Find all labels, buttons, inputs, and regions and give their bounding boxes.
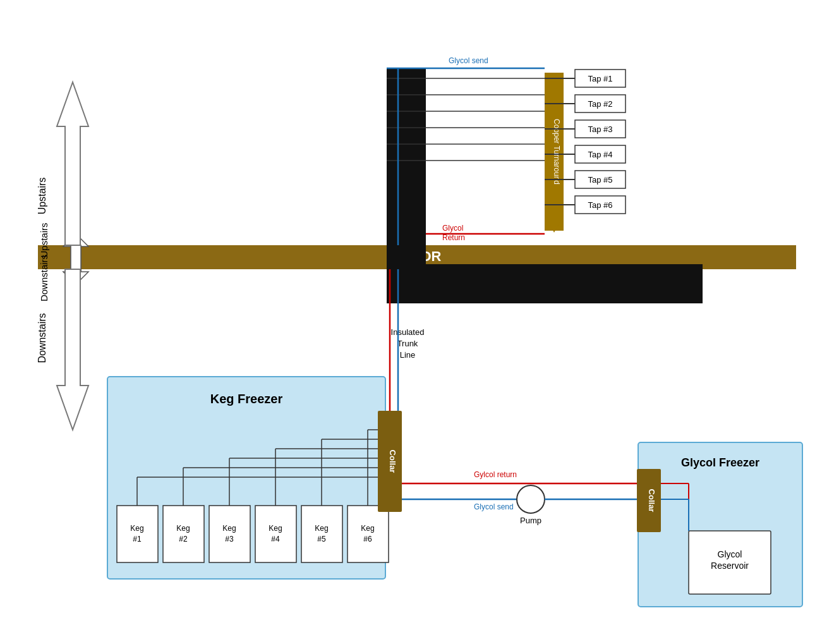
diagram: FLOOR Upstairs Upstairs Downstairs Upsta… bbox=[0, 0, 834, 644]
trunk-line-vertical bbox=[387, 68, 426, 264]
glycol-return-label: Glycol bbox=[442, 224, 463, 233]
keg-2-box bbox=[163, 506, 204, 562]
tap-2-label: Tap #2 bbox=[588, 99, 612, 109]
keg-4-box bbox=[255, 506, 296, 562]
svg-marker-0 bbox=[57, 82, 88, 245]
keg-5-label: Keg bbox=[315, 524, 328, 533]
pump-circle bbox=[517, 485, 545, 513]
keg-4-label: Keg bbox=[269, 524, 282, 533]
glycol-return-label2: Return bbox=[442, 233, 465, 242]
svg-marker-2 bbox=[57, 269, 88, 430]
keg-4-label2: #4 bbox=[271, 535, 280, 544]
glycol-send-lower-label: Glycol send bbox=[474, 502, 514, 511]
svg-text:Upstairs: Upstairs bbox=[37, 178, 47, 215]
tap-1-label: Tap #1 bbox=[588, 74, 612, 83]
tap-6-label: Tap #6 bbox=[588, 200, 612, 210]
keg-freezer-label: Keg Freezer bbox=[210, 392, 283, 406]
keg-5-box bbox=[301, 506, 342, 562]
pump-label: Pump bbox=[520, 516, 541, 525]
trunk-line-horizontal bbox=[387, 264, 703, 303]
collar-left-label: Collar bbox=[388, 450, 397, 473]
keg-3-label2: #3 bbox=[225, 535, 234, 544]
glycol-freezer-label: Glycol Freezer bbox=[681, 456, 759, 469]
keg-1-box bbox=[117, 506, 158, 562]
keg-6-label: Keg bbox=[361, 524, 374, 533]
upstairs-text: Upstairs bbox=[39, 222, 49, 257]
keg-2-label: Keg bbox=[176, 524, 190, 533]
svg-text:Downstairs: Downstairs bbox=[37, 313, 47, 363]
glycol-reservoir-label2: Reservoir bbox=[711, 561, 749, 571]
tap-4-label: Tap #4 bbox=[588, 150, 612, 159]
collar-right-label: Collar bbox=[647, 489, 656, 513]
glycol-send-label-top: Glycol send bbox=[449, 56, 488, 65]
keg-6-label2: #6 bbox=[363, 535, 372, 544]
glycol-reservoir-label: Glycol bbox=[718, 549, 742, 559]
glycol-return-lower-label: Gylcol return bbox=[474, 470, 517, 479]
tap-5-label: Tap #5 bbox=[588, 175, 612, 185]
insulated-trunk-label3: Line bbox=[400, 350, 416, 360]
keg-3-label: Keg bbox=[222, 524, 236, 533]
keg-6-box bbox=[348, 506, 389, 562]
keg-2-label2: #2 bbox=[179, 535, 188, 544]
upstairs-arrow-group: Upstairs bbox=[37, 82, 88, 245]
downstairs-text: Downstairs bbox=[39, 255, 49, 301]
tap-3-label: Tap #3 bbox=[588, 125, 612, 134]
insulated-trunk-label: Insulated bbox=[391, 327, 425, 337]
keg-3-box bbox=[209, 506, 250, 562]
keg-5-label2: #5 bbox=[317, 535, 326, 544]
keg-1-label2: #1 bbox=[133, 535, 142, 544]
keg-1-label: Keg bbox=[130, 524, 143, 533]
insulated-trunk-label2: Trunk bbox=[397, 339, 418, 348]
